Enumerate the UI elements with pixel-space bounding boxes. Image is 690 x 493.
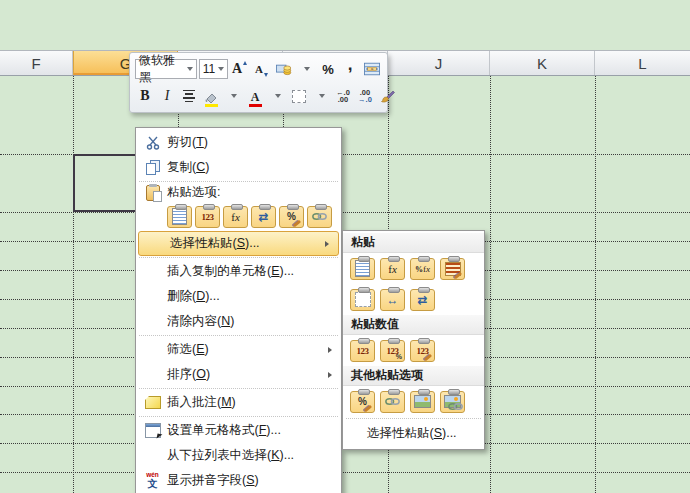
- copy-icon: [146, 160, 160, 175]
- menu-item-clear-contents[interactable]: 清除内容(N): [136, 309, 341, 334]
- menu-separator: [139, 181, 338, 182]
- font-size-value: 11: [203, 62, 215, 76]
- submenu-icon-row: %: [343, 386, 484, 417]
- font-color-swatch: [249, 104, 262, 107]
- paste-option-formulas-number-formatting[interactable]: %fx: [410, 258, 435, 280]
- grow-font-button[interactable]: A: [230, 58, 250, 80]
- format-painter-button[interactable]: [377, 85, 397, 107]
- submenu-item-paste-special[interactable]: 选择性粘贴(S)...: [343, 420, 484, 447]
- clipboard-paste-icon: [146, 185, 160, 201]
- paste-option-link[interactable]: [380, 391, 405, 413]
- paste-option-formatting[interactable]: %: [279, 206, 304, 228]
- font-color-dropdown[interactable]: [267, 85, 287, 107]
- chevron-down-icon: [304, 67, 310, 71]
- link-chain-icon: [312, 212, 327, 221]
- italic-button[interactable]: I: [157, 85, 177, 107]
- comma-style-button[interactable]: ,: [340, 55, 360, 84]
- increase-decimal-button[interactable]: ←.0 .00: [333, 85, 353, 107]
- font-color-button[interactable]: A: [245, 85, 265, 107]
- center-align-icon: [183, 90, 195, 102]
- paste-option-keep-column-widths[interactable]: ↔: [380, 289, 405, 311]
- increase-decimal-icon: ←.0 .00: [336, 89, 350, 104]
- menu-item-show-phonetic[interactable]: wén文显示拼音字段(S): [136, 468, 341, 493]
- menu-item-filter[interactable]: 筛选(E): [136, 337, 341, 362]
- mini-toolbar-row-2: B I A ←.0 .00 .00 →: [135, 83, 382, 109]
- gridline: [0, 212, 690, 213]
- menu-item-label: 显示拼音字段(S): [167, 472, 259, 489]
- paste-option-formulas[interactable]: fx: [223, 206, 248, 228]
- submenu-icon-row: fx%fx: [343, 253, 484, 284]
- phonetic-wen-icon: wén文: [146, 472, 159, 489]
- paste-option-transpose[interactable]: ⇄: [410, 289, 435, 311]
- chevron-down-icon: [319, 94, 325, 98]
- paint-bucket-icon: [204, 93, 218, 103]
- paste-option-values[interactable]: 123: [350, 340, 375, 362]
- menu-item-copy[interactable]: 复制(C): [136, 155, 341, 180]
- paste-option-linked-picture[interactable]: [440, 391, 465, 413]
- column-header-k[interactable]: K: [490, 51, 595, 75]
- accounting-format-dropdown[interactable]: [296, 58, 316, 80]
- fill-color-dropdown[interactable]: [223, 85, 243, 107]
- paste-option-formulas[interactable]: fx: [380, 258, 405, 280]
- up-arrow-icon: [243, 61, 247, 65]
- submenu-icon-row: 123123%123: [343, 335, 484, 366]
- paste-option-link[interactable]: [307, 206, 332, 228]
- paste-option-keep-source-formatting[interactable]: [440, 258, 465, 280]
- paste-option-paste[interactable]: [167, 206, 192, 228]
- percent-style-button[interactable]: %: [318, 58, 338, 80]
- paste-option-transpose[interactable]: ⇄: [251, 206, 276, 228]
- chevron-down-icon: [187, 67, 193, 71]
- menu-item-cut[interactable]: 剪切(T): [136, 130, 341, 155]
- menu-item-sort[interactable]: 排序(O): [136, 362, 341, 387]
- grow-font-icon: A: [232, 62, 242, 76]
- column-header-j[interactable]: J: [388, 51, 490, 75]
- menu-item-delete[interactable]: 删除(D)...: [136, 284, 341, 309]
- font-name-combo[interactable]: 微软雅黑: [135, 59, 197, 79]
- submenu-arrow-icon: [325, 241, 329, 247]
- menu-item-paste-options-label: 粘贴选项:: [136, 183, 341, 202]
- fill-color-swatch: [205, 104, 218, 107]
- paste-option-no-borders[interactable]: [350, 289, 375, 311]
- decrease-decimal-button[interactable]: .00 →.0: [355, 85, 375, 107]
- column-header-f[interactable]: F: [0, 51, 73, 75]
- menu-item-insert-copied-cells[interactable]: 插入复制的单元格(E)...: [136, 259, 341, 284]
- font-size-combo[interactable]: 11: [199, 59, 228, 79]
- shrink-font-button[interactable]: A: [252, 58, 272, 80]
- menu-item-format-cells[interactable]: 设置单元格格式(F)...: [136, 418, 341, 443]
- borders-dropdown[interactable]: [311, 85, 331, 107]
- format-cells-dialog-icon: [145, 423, 161, 438]
- paste-option-picture[interactable]: [410, 391, 435, 413]
- menu-item-label: 设置单元格格式(F)...: [167, 422, 281, 439]
- menu-icon-gutter: [138, 185, 167, 201]
- shrink-font-icon: A: [255, 64, 263, 75]
- center-align-button[interactable]: [179, 85, 199, 107]
- menu-icon-gutter: [138, 160, 167, 175]
- menu-item-label: 清除内容(N): [167, 313, 234, 330]
- mini-toolbar-row-1: 微软雅黑 11 A A % ,: [135, 56, 382, 82]
- accounting-format-button[interactable]: [274, 58, 294, 80]
- menu-item-label: 插入批注(M): [167, 394, 236, 411]
- gridline: [0, 472, 690, 473]
- paste-option-formatting[interactable]: %: [350, 391, 375, 413]
- paste-option-values-source-formatting[interactable]: 123: [410, 340, 435, 362]
- format-painter-brush-icon: [379, 90, 395, 103]
- menu-item-insert-comment[interactable]: 插入批注(M): [136, 390, 341, 415]
- fill-color-button[interactable]: [201, 85, 221, 107]
- paste-option-values[interactable]: 123: [195, 206, 220, 228]
- menu-icon-gutter: [138, 423, 167, 438]
- menu-item-label: 排序(O): [167, 366, 210, 383]
- decrease-decimal-icon: .00 →.0: [358, 89, 372, 104]
- menu-item-pick-from-list[interactable]: 从下拉列表中选择(K)...: [136, 443, 341, 468]
- menu-item-label: 筛选(E): [167, 341, 209, 358]
- menu-item-paste-special[interactable]: 选择性粘贴(S)...: [138, 231, 339, 256]
- menu-item-label: 删除(D)...: [167, 288, 220, 305]
- bold-button[interactable]: B: [135, 85, 155, 107]
- column-header-l[interactable]: L: [595, 51, 690, 75]
- menu-separator: [139, 388, 338, 389]
- merge-center-button[interactable]: a: [362, 58, 382, 80]
- borders-button[interactable]: [289, 85, 309, 107]
- paste-option-values-number-formatting[interactable]: 123%: [380, 340, 405, 362]
- paste-option-paste[interactable]: [350, 258, 375, 280]
- paste-special-submenu: 粘贴fx%fx↔⇄粘贴数值123123%123其他粘贴选项%选择性粘贴(S)..…: [342, 230, 485, 450]
- menu-separator: [346, 418, 481, 419]
